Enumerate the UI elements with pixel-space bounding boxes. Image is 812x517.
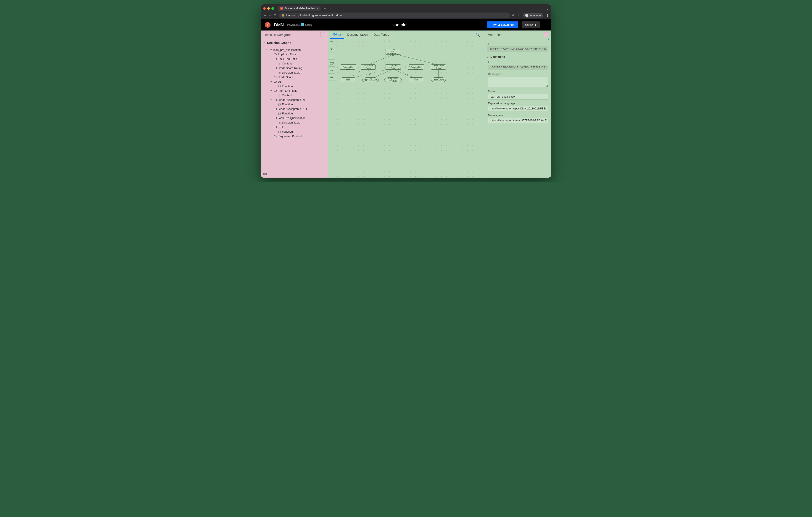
- tree-node-credit-score[interactable]: Credit Score: [263, 75, 328, 80]
- tree-node-lender-acceptable-dti[interactable]: ▾Lender Acceptable DTI: [263, 97, 328, 102]
- id-label: Id: [487, 42, 548, 45]
- palette-annotation[interactable]: [328, 46, 335, 53]
- node-label: Back End Ratio: [362, 65, 374, 69]
- chevron-down-icon: ▾: [535, 23, 536, 27]
- def-id-label: Id: [488, 61, 548, 64]
- document-name[interactable]: sample: [315, 23, 484, 28]
- tree-node-requested-product[interactable]: Requested Product: [263, 134, 328, 139]
- node-label: Requested Product: [386, 78, 400, 82]
- browser-tab[interactable]: ⚡ Business Modeler Preview ✕: [278, 6, 320, 11]
- visibility-toggle[interactable]: 👁: [547, 38, 550, 41]
- share-button[interactable]: Share ▾: [522, 22, 540, 28]
- node-dti[interactable]: DTI: [341, 78, 355, 82]
- collapse-right-button[interactable]: ›: [544, 32, 548, 37]
- save-download-button[interactable]: Save & Download: [487, 22, 518, 28]
- right-panel-title: Properties: [487, 33, 501, 36]
- close-tab-button[interactable]: ✕: [316, 7, 318, 10]
- window-controls: [263, 7, 276, 10]
- node-credit-score[interactable]: Credit Score: [431, 78, 446, 82]
- tree-node-dti[interactable]: ▾DTI: [263, 80, 328, 84]
- powered-brand: Kogito: [305, 24, 312, 26]
- app-menu-button[interactable]: ⋮: [543, 23, 547, 27]
- definitions-body: Id Description Name Expression Language …: [487, 61, 548, 123]
- incognito-badge[interactable]: Incognito: [523, 13, 543, 18]
- address-bar[interactable]: 🔒 kiegroup.github.io/kogito-online/#/edi…: [279, 12, 510, 18]
- node-lender-acceptable-piti[interactable]: Lender Acceptable PITI: [408, 64, 424, 70]
- forward-button[interactable]: →: [268, 13, 272, 17]
- tree-node-function[interactable]: Function: [263, 84, 328, 89]
- browser-menu-button[interactable]: ⋮: [546, 13, 549, 17]
- close-window-button[interactable]: [263, 7, 266, 10]
- palette-input-data[interactable]: [328, 39, 335, 46]
- node-credit-score-rating[interactable]: Credit Score Rating: [431, 64, 446, 70]
- collapse-left-button[interactable]: ‹: [320, 32, 325, 37]
- left-panel-title: Decision Navigator: [264, 33, 291, 36]
- app-logo-icon: ⚡: [265, 22, 270, 28]
- namespace-field[interactable]: [488, 118, 548, 123]
- new-tab-button[interactable]: +: [322, 6, 328, 10]
- tree-label: Function: [282, 130, 293, 133]
- tree-node-context[interactable]: Context: [263, 93, 328, 97]
- tree-node-back-end-ratio[interactable]: ▾Back End Ratio: [263, 57, 328, 61]
- node-loan-pre-qualification[interactable]: Loan Pre-Qualification: [385, 49, 401, 55]
- tree-label: Decision Table: [282, 121, 300, 124]
- zoom-icon[interactable]: ⊕: [512, 13, 515, 17]
- description-field[interactable]: [488, 77, 548, 87]
- palette-bkm[interactable]: [328, 60, 335, 67]
- left-panel-header: Decision Navigator ‹: [261, 30, 328, 39]
- node-back-end-ratio[interactable]: Back End Ratio: [361, 64, 376, 70]
- definitions-header[interactable]: ⌄ Definitions: [487, 55, 548, 58]
- tree-node-decision-table[interactable]: Decision Table: [263, 70, 328, 75]
- node-lender-acceptable-dti[interactable]: Lender Acceptable DTI: [340, 64, 356, 70]
- tabs-overflow-button[interactable]: ⌄: [546, 6, 549, 10]
- node-requested-product[interactable]: Requested Product: [384, 78, 402, 82]
- name-field[interactable]: [488, 94, 548, 99]
- search-icon[interactable]: 🔍: [474, 31, 482, 38]
- decision-graphs-section[interactable]: ▾ Decision Graphs: [261, 39, 328, 47]
- node-piti[interactable]: PITI: [409, 78, 423, 82]
- minimize-window-button[interactable]: [267, 7, 270, 10]
- tree-label: Lender Acceptable PITI: [278, 107, 307, 111]
- tree-node-function[interactable]: Function: [263, 111, 328, 116]
- tree-label: Context: [282, 94, 292, 97]
- tree-node-context[interactable]: Context: [263, 61, 328, 66]
- tree-node-lender-acceptable-piti[interactable]: ▾Lender Acceptable PITI: [263, 107, 328, 111]
- dmn-canvas[interactable]: Loan Pre-Qualification Lender Acceptable…: [335, 39, 484, 178]
- app-header: ⚡ DMN Powered by Kogito sample Save & Do…: [261, 19, 551, 30]
- tree-node-front-end-ratio[interactable]: ▾Front End Ratio: [263, 89, 328, 93]
- tree-node-function[interactable]: Function: [263, 129, 328, 134]
- app-title: DMN: [274, 23, 284, 28]
- tree-node-decision-table[interactable]: Decision Table: [263, 120, 328, 125]
- tab-documentation[interactable]: Documentation: [344, 31, 371, 38]
- keyboard-shortcuts-icon[interactable]: ⌨: [263, 173, 267, 176]
- tree-node-loan-pre-qualification[interactable]: ▾Loan Pre-Qualification: [263, 116, 328, 120]
- tree-node-applicant-data[interactable]: Applicant Data: [263, 52, 328, 57]
- tab-editor[interactable]: Editor: [330, 30, 344, 39]
- palette-decision-service[interactable]: [328, 73, 335, 81]
- def-id-field[interactable]: [488, 65, 548, 70]
- back-button[interactable]: ←: [263, 13, 266, 17]
- tree-node-credit-score-rating[interactable]: ▾Credit Score Rating: [263, 66, 328, 70]
- expr-lang-field[interactable]: [488, 106, 548, 112]
- properties-body: Id ⌄ Definitions Id Description Name Exp…: [484, 39, 551, 125]
- palette-text[interactable]: ᴛxᴛ: [328, 67, 335, 73]
- kogito-icon: [301, 23, 304, 26]
- tree-root[interactable]: ▾loan_pre_qualification: [263, 48, 328, 52]
- node-applicant-data[interactable]: Applicant Data: [362, 78, 379, 82]
- bookmark-icon[interactable]: ☆: [518, 13, 520, 17]
- node-label: Loan Pre-Qualification: [386, 48, 400, 55]
- reload-button[interactable]: ⟳: [274, 13, 277, 17]
- tree-label: loan_pre_qualification: [273, 48, 300, 52]
- properties-panel: Properties › ✎ 👁 Id ⌄ Definitions Id Des…: [484, 30, 551, 178]
- tree-label: Applicant Data: [278, 53, 296, 56]
- tab-data-types[interactable]: Data Types: [371, 31, 392, 38]
- palette-decision[interactable]: [328, 53, 335, 60]
- chevron-down-icon: ⌄: [487, 55, 489, 58]
- address-row: ← → ⟳ 🔒 kiegroup.github.io/kogito-online…: [261, 11, 551, 19]
- id-field[interactable]: [487, 47, 548, 52]
- tree-node-piti[interactable]: ▾PITI: [263, 125, 328, 129]
- node-front-end-ratio[interactable]: Front End Ratio: [385, 64, 401, 70]
- tree-node-function[interactable]: Function: [263, 102, 328, 107]
- maximize-window-button[interactable]: [271, 7, 274, 10]
- tree-label: Front End Ratio: [278, 89, 297, 92]
